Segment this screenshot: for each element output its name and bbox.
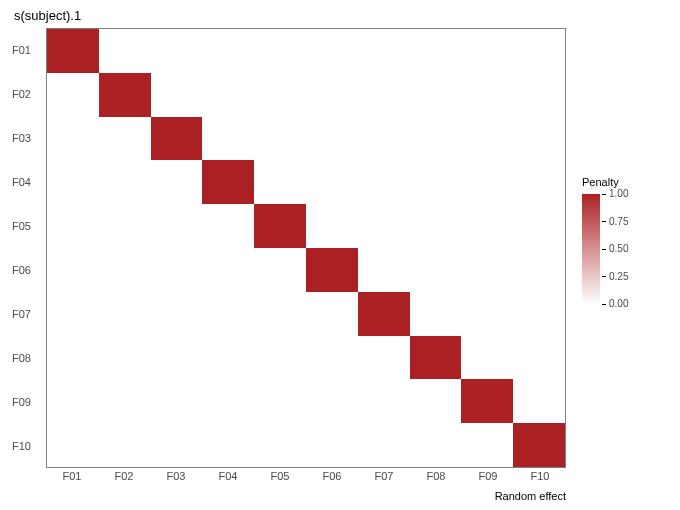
heatmap-cell <box>254 379 306 423</box>
heatmap-cell <box>254 160 306 204</box>
heatmap-cell <box>306 29 358 73</box>
color-legend: Penalty 1.000.750.500.250.00 <box>582 176 670 304</box>
heatmap-cell <box>254 117 306 161</box>
heatmap-cell <box>461 336 513 380</box>
x-tick-label: F01 <box>46 470 98 490</box>
y-tick-label: F04 <box>0 160 46 204</box>
heatmap-cell <box>513 292 565 336</box>
heatmap-cell <box>513 117 565 161</box>
heatmap-cell <box>47 336 99 380</box>
x-tick-label: F06 <box>306 470 358 490</box>
legend-tick-mark <box>602 249 606 250</box>
heatmap-cell <box>513 29 565 73</box>
heatmap-cell <box>306 292 358 336</box>
legend-tick-mark <box>602 221 606 222</box>
chart-title: s(subject).1 <box>14 8 81 23</box>
heatmap-cell <box>151 423 203 467</box>
x-tick-label: F02 <box>98 470 150 490</box>
heatmap-cell <box>513 336 565 380</box>
heatmap-cell <box>358 160 410 204</box>
heatmap-cell <box>99 379 151 423</box>
x-tick-label: F07 <box>358 470 410 490</box>
heatmap-cell <box>306 117 358 161</box>
heatmap-cell <box>513 379 565 423</box>
heatmap-cell <box>202 292 254 336</box>
heatmap-cell <box>47 160 99 204</box>
heatmap-cell <box>410 248 462 292</box>
heatmap-cell <box>358 29 410 73</box>
heatmap-cell <box>358 336 410 380</box>
heatmap-cell <box>461 160 513 204</box>
x-tick-label: F08 <box>410 470 462 490</box>
heatmap-cell <box>47 248 99 292</box>
legend-tick-label: 1.00 <box>609 189 628 199</box>
heatmap-cell <box>151 336 203 380</box>
heatmap-cell <box>306 336 358 380</box>
heatmap-cell <box>306 248 358 292</box>
legend-tick-mark <box>602 304 606 305</box>
legend-tick-label: 0.50 <box>609 244 628 254</box>
legend-tick-mark <box>602 276 606 277</box>
heatmap-cell <box>410 117 462 161</box>
legend-title: Penalty <box>582 176 670 188</box>
x-tick-label: F09 <box>462 470 514 490</box>
heatmap-cell <box>410 379 462 423</box>
heatmap-cell <box>358 292 410 336</box>
x-axis-label: Random effect <box>495 490 566 502</box>
heatmap-cell <box>306 423 358 467</box>
heatmap-cell <box>358 248 410 292</box>
heatmap-grid <box>47 29 565 467</box>
heatmap-cell <box>358 423 410 467</box>
x-tick-label: F05 <box>254 470 306 490</box>
heatmap-cell <box>410 29 462 73</box>
heatmap-cell <box>151 73 203 117</box>
heatmap-cell <box>410 160 462 204</box>
heatmap-cell <box>306 379 358 423</box>
heatmap-cell <box>513 248 565 292</box>
heatmap-cell <box>99 73 151 117</box>
heatmap-cell <box>254 73 306 117</box>
x-tick-label: F04 <box>202 470 254 490</box>
heatmap-cell <box>513 73 565 117</box>
heatmap-cell <box>461 292 513 336</box>
plot-panel <box>46 28 566 468</box>
legend-ticks: 1.000.750.500.250.00 <box>602 194 628 304</box>
heatmap-cell <box>461 204 513 248</box>
legend-bar-wrap: 1.000.750.500.250.00 <box>582 194 670 304</box>
heatmap-cell <box>202 160 254 204</box>
heatmap-cell <box>461 73 513 117</box>
heatmap-cell <box>358 204 410 248</box>
y-tick-label: F01 <box>0 28 46 72</box>
heatmap-cell <box>254 204 306 248</box>
heatmap-cell <box>151 117 203 161</box>
y-axis: F01F02F03F04F05F06F07F08F09F10 <box>0 28 46 468</box>
heatmap-cell <box>202 248 254 292</box>
heatmap-cell <box>202 29 254 73</box>
y-tick-label: F08 <box>0 336 46 380</box>
heatmap-cell <box>306 204 358 248</box>
x-tick-label: F10 <box>514 470 566 490</box>
heatmap-cell <box>410 204 462 248</box>
heatmap-cell <box>99 160 151 204</box>
y-tick-label: F03 <box>0 116 46 160</box>
heatmap-cell <box>410 73 462 117</box>
heatmap-cell <box>151 292 203 336</box>
heatmap-cell <box>202 379 254 423</box>
heatmap-cell <box>47 29 99 73</box>
heatmap-cell <box>202 423 254 467</box>
heatmap-cell <box>47 292 99 336</box>
heatmap-cell <box>151 29 203 73</box>
heatmap-cell <box>306 73 358 117</box>
heatmap-cell <box>306 160 358 204</box>
heatmap-cell <box>151 160 203 204</box>
y-tick-label: F09 <box>0 380 46 424</box>
heatmap-cell <box>461 423 513 467</box>
legend-tick-label: 0.00 <box>609 299 628 309</box>
heatmap-cell <box>254 292 306 336</box>
heatmap-cell <box>47 423 99 467</box>
heatmap-cell <box>461 248 513 292</box>
heatmap-cell <box>202 336 254 380</box>
y-tick-label: F10 <box>0 424 46 468</box>
legend-tick-label: 0.25 <box>609 272 628 282</box>
heatmap-cell <box>254 29 306 73</box>
